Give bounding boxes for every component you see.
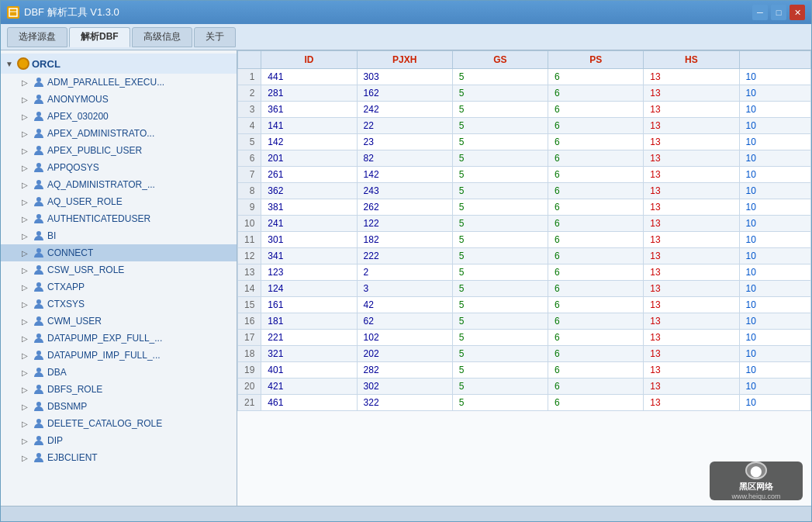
- tree-item[interactable]: ▷AQ_ADMINISTRATOR_...: [1, 176, 237, 193]
- table-row[interactable]: 20421302561310: [238, 379, 811, 395]
- table-cell: 10: [739, 167, 810, 183]
- tree-item[interactable]: ▷CSW_USR_ROLE: [1, 261, 237, 278]
- table-row[interactable]: 1516142561310: [238, 297, 811, 313]
- tree-item[interactable]: ▷APPQOSYS: [1, 159, 237, 176]
- table-row[interactable]: 1441303561310: [238, 69, 811, 85]
- table-row[interactable]: 131232561310: [238, 264, 811, 281]
- table-cell: 13: [644, 313, 739, 330]
- svg-rect-0: [9, 9, 17, 16]
- role-icon: [33, 247, 45, 259]
- table-cell: 5: [452, 346, 548, 362]
- tree-item[interactable]: ▷DBA: [1, 364, 237, 381]
- table-row[interactable]: 514223561310: [238, 134, 811, 150]
- table-row[interactable]: 10241122561310: [238, 216, 811, 232]
- table-row[interactable]: 17221102561310: [238, 330, 811, 346]
- table-cell: 10: [739, 134, 810, 150]
- window-title: DBF 解析工具 V1.3.0: [24, 5, 119, 19]
- table-cell: 10: [739, 118, 810, 134]
- table-cell: 12: [238, 248, 261, 264]
- table-cell: 5: [452, 232, 548, 248]
- table-cell: 5: [452, 118, 548, 134]
- table-cell: 5: [452, 216, 548, 232]
- table-cell: 21: [238, 395, 261, 411]
- tab-parse-dbf[interactable]: 解析DBF: [69, 27, 130, 47]
- table-cell: 10: [739, 395, 810, 411]
- table-cell: 20: [238, 379, 261, 395]
- tree-item[interactable]: ▷DBFS_ROLE: [1, 381, 237, 398]
- maximize-button[interactable]: □: [771, 5, 786, 20]
- table-cell: 124: [261, 281, 357, 297]
- tree-root-expand[interactable]: ▼: [4, 58, 15, 69]
- table-cell: 10: [739, 232, 810, 248]
- table-cell: 19: [238, 362, 261, 379]
- tree-item-label: ADM_PARALLEL_EXECU...: [47, 77, 164, 88]
- tab-about[interactable]: 关于: [194, 27, 236, 47]
- table-cell: 102: [357, 330, 452, 346]
- tree-root-node[interactable]: ▼ ORCL: [1, 54, 237, 74]
- tree-item[interactable]: ▷DELETE_CATALOG_ROLE: [1, 415, 237, 432]
- tree-item[interactable]: ▷CWM_USER: [1, 313, 237, 330]
- tree-item[interactable]: ▷APEX_030200: [1, 108, 237, 125]
- tree-item-label: APEX_PUBLIC_USER: [47, 145, 142, 156]
- tab-advanced-info[interactable]: 高级信息: [132, 27, 192, 47]
- tree-item[interactable]: ▷DATAPUMP_EXP_FULL_...: [1, 330, 237, 347]
- tree-item[interactable]: ▷EJBCLIENT: [1, 449, 237, 466]
- tree-item[interactable]: ▷AUTHENTICATEDUSER: [1, 210, 237, 227]
- table-cell: 6: [548, 330, 644, 346]
- table-cell: 13: [644, 248, 739, 264]
- table-row[interactable]: 620182561310: [238, 150, 811, 167]
- table-cell: 7: [238, 167, 261, 183]
- tree-item[interactable]: ▷ANONYMOUS: [1, 91, 237, 108]
- tree-scroll[interactable]: ▼ ORCL ▷ADM_PARALLEL_EXECU...▷ANONYMOUS▷…: [1, 50, 237, 506]
- table-cell: 18: [238, 346, 261, 362]
- tree-item[interactable]: ▷DBSNMP: [1, 398, 237, 415]
- table-cell: 261: [261, 167, 357, 183]
- table-row[interactable]: 21461322561310: [238, 395, 811, 411]
- svg-point-12: [36, 248, 41, 253]
- table-row[interactable]: 7261142561310: [238, 167, 811, 183]
- svg-point-14: [36, 282, 41, 287]
- data-table-container[interactable]: ID PJXH GS PS HS 14413035613102281162561…: [237, 50, 811, 506]
- table-cell: 10: [739, 313, 810, 330]
- table-row[interactable]: 2281162561310: [238, 85, 811, 102]
- table-cell: 5: [452, 85, 548, 102]
- tree-item-label: CTXSYS: [47, 299, 85, 309]
- table-row[interactable]: 414122561310: [238, 118, 811, 134]
- tree-item[interactable]: ▷CONNECT: [1, 244, 237, 261]
- tree-item[interactable]: ▷AQ_USER_ROLE: [1, 193, 237, 210]
- table-row[interactable]: 19401282561310: [238, 362, 811, 379]
- table-row[interactable]: 3361242561310: [238, 102, 811, 118]
- table-row[interactable]: 8362243561310: [238, 183, 811, 199]
- tree-item[interactable]: ▷APEX_ADMINISTRATO...: [1, 125, 237, 142]
- svg-point-18: [36, 351, 41, 355]
- tree-item[interactable]: ▷DIP: [1, 432, 237, 449]
- tree-item[interactable]: ▷CTXSYS: [1, 296, 237, 313]
- tree-item[interactable]: ▷BI: [1, 227, 237, 244]
- svg-point-17: [36, 334, 41, 338]
- minimize-button[interactable]: ─: [752, 5, 768, 20]
- tree-expand-icon: ▷: [19, 162, 30, 173]
- tree-item[interactable]: ▷APEX_PUBLIC_USER: [1, 142, 237, 159]
- table-row[interactable]: 141243561310: [238, 281, 811, 297]
- tab-choose-source[interactable]: 选择源盘: [7, 27, 67, 47]
- svg-point-5: [36, 129, 41, 133]
- close-button[interactable]: ✕: [790, 5, 805, 20]
- tree-expand-icon: ▷: [19, 196, 30, 207]
- user-icon: [33, 127, 45, 140]
- table-cell: 6: [548, 313, 644, 330]
- table-row[interactable]: 12341222561310: [238, 248, 811, 264]
- table-row[interactable]: 1618162561310: [238, 313, 811, 330]
- table-cell: 16: [238, 313, 261, 330]
- tree-item[interactable]: ▷DATAPUMP_IMP_FULL_...: [1, 347, 237, 364]
- table-cell: 13: [238, 264, 261, 281]
- tree-item[interactable]: ▷ADM_PARALLEL_EXECU...: [1, 74, 237, 91]
- table-row[interactable]: 11301182561310: [238, 232, 811, 248]
- tree-item[interactable]: ▷CTXAPP: [1, 278, 237, 296]
- table-cell: 6: [548, 346, 644, 362]
- table-cell: 15: [238, 297, 261, 313]
- table-cell: 281: [261, 85, 357, 102]
- role-icon: [33, 366, 45, 379]
- table-row[interactable]: 9381262561310: [238, 199, 811, 216]
- table-row[interactable]: 18321202561310: [238, 346, 811, 362]
- table-cell: 401: [261, 362, 357, 379]
